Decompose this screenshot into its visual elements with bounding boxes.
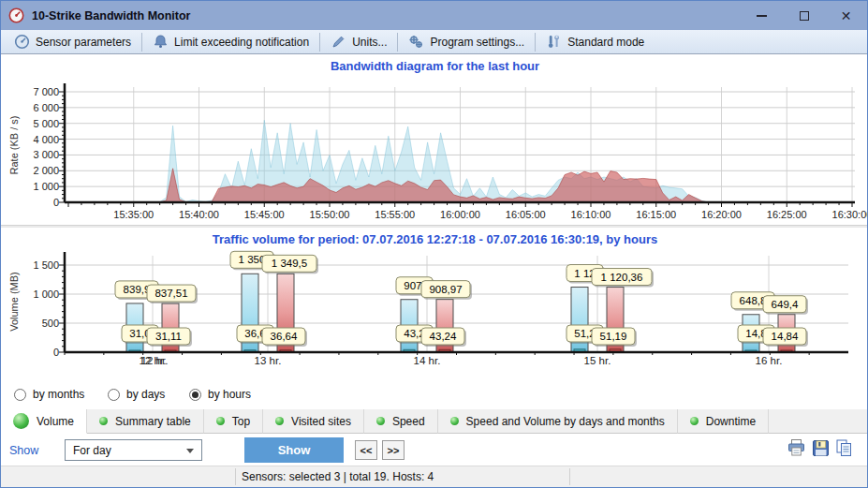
svg-text:1 000: 1 000 bbox=[33, 288, 59, 300]
close-button[interactable]: ✕ bbox=[825, 1, 867, 30]
toolbar-separator bbox=[141, 33, 142, 52]
app-window: 10-Strike Bandwidth Monitor ✕ Sensor par… bbox=[0, 0, 868, 488]
toolbar-separator bbox=[319, 33, 320, 52]
period-select-value: For day bbox=[73, 444, 111, 457]
volume-chart: 05001 0001 50012 hr.12 hr.13 hr.14 hr.15… bbox=[1, 248, 868, 376]
green-ball-icon bbox=[690, 417, 699, 425]
bell-icon bbox=[153, 34, 169, 50]
green-ball-icon bbox=[99, 417, 108, 425]
tab-downtime[interactable]: Downtime bbox=[678, 409, 769, 434]
units-button[interactable]: Units... bbox=[321, 31, 396, 53]
svg-text:837,51: 837,51 bbox=[154, 288, 187, 299]
svg-text:6 000: 6 000 bbox=[33, 102, 59, 113]
radio-circle bbox=[14, 389, 26, 401]
svg-text:648,8: 648,8 bbox=[740, 295, 767, 306]
maximize-button[interactable] bbox=[783, 1, 825, 30]
tab-summary-table[interactable]: Summary table bbox=[87, 409, 204, 434]
svg-text:51,19: 51,19 bbox=[600, 331, 627, 342]
svg-text:12 hr.: 12 hr. bbox=[141, 355, 169, 366]
chart-splitter[interactable] bbox=[1, 225, 867, 228]
status-text: Sensors: selected 3 | total 19. Hosts: 4 bbox=[242, 470, 434, 483]
toolbar-button-label: Units... bbox=[352, 36, 387, 49]
statusbar: Sensors: selected 3 | total 19. Hosts: 4 bbox=[1, 466, 867, 487]
svg-text:3 000: 3 000 bbox=[33, 149, 59, 160]
svg-text:1 350: 1 350 bbox=[239, 254, 266, 265]
tools-icon bbox=[546, 34, 562, 50]
tab-label: Speed bbox=[392, 415, 425, 428]
svg-text:7 000: 7 000 bbox=[33, 86, 59, 97]
svg-text:0: 0 bbox=[53, 197, 59, 208]
tab-label: Downtime bbox=[706, 415, 756, 428]
svg-text:16:00:00: 16:00:00 bbox=[440, 209, 480, 220]
statusbar-separator bbox=[569, 468, 570, 485]
toolbar-separator bbox=[535, 33, 536, 52]
radio-by-days[interactable]: by days bbox=[108, 388, 165, 401]
svg-text:16:20:00: 16:20:00 bbox=[701, 209, 742, 220]
green-ball-icon bbox=[13, 413, 29, 429]
print-icon[interactable] bbox=[787, 438, 806, 458]
svg-text:15:55:00: 15:55:00 bbox=[375, 209, 415, 220]
svg-text:15:35:00: 15:35:00 bbox=[113, 209, 154, 220]
tab-volume[interactable]: Volume bbox=[1, 409, 87, 434]
svg-text:15:40:00: 15:40:00 bbox=[179, 209, 219, 220]
svg-text:15:50:00: 15:50:00 bbox=[310, 209, 350, 220]
toolbar-button-label: Limit exceeding notification bbox=[174, 36, 309, 49]
svg-text:5 000: 5 000 bbox=[33, 118, 59, 129]
svg-text:0: 0 bbox=[53, 347, 59, 358]
minimize-icon bbox=[757, 15, 767, 17]
svg-text:16:25:00: 16:25:00 bbox=[767, 209, 807, 220]
chevron-down-icon bbox=[186, 449, 194, 453]
svg-text:649,4: 649,4 bbox=[772, 299, 799, 310]
save-icon[interactable] bbox=[811, 438, 831, 458]
toolbar-button-label: Standard mode bbox=[567, 36, 644, 49]
svg-text:1 000: 1 000 bbox=[33, 181, 59, 192]
toolbar-separator bbox=[397, 33, 398, 52]
svg-text:16:05:00: 16:05:00 bbox=[506, 209, 546, 220]
green-ball-icon bbox=[376, 417, 385, 425]
svg-text:14 hr.: 14 hr. bbox=[414, 355, 441, 366]
svg-text:839,9: 839,9 bbox=[124, 284, 151, 295]
toolbar-button-label: Program settings... bbox=[430, 36, 524, 49]
limit-notification-button[interactable]: Limit exceeding notification bbox=[143, 31, 318, 53]
show-button[interactable]: Show bbox=[244, 437, 344, 463]
svg-text:15 hr.: 15 hr. bbox=[584, 355, 611, 366]
svg-text:1 500: 1 500 bbox=[33, 259, 59, 271]
gears-icon bbox=[408, 34, 424, 50]
radio-by-months[interactable]: by months bbox=[14, 388, 84, 401]
svg-text:1 120,36: 1 120,36 bbox=[601, 272, 643, 283]
svg-text:13 hr.: 13 hr. bbox=[255, 355, 282, 366]
previous-period-button[interactable]: << bbox=[355, 440, 377, 460]
svg-text:16:15:00: 16:15:00 bbox=[636, 209, 676, 220]
program-settings-button[interactable]: Program settings... bbox=[399, 31, 534, 53]
window-title: 10-Strike Bandwidth Monitor bbox=[32, 9, 190, 22]
svg-text:16:10:00: 16:10:00 bbox=[571, 209, 611, 220]
radio-label: by hours bbox=[208, 388, 251, 401]
bandwidth-chart: 01 0002 0003 0004 0005 0006 0007 00015:3… bbox=[1, 76, 868, 224]
svg-text:15:45:00: 15:45:00 bbox=[244, 209, 285, 220]
sensor-parameters-button[interactable]: Sensor parameters bbox=[5, 31, 140, 53]
tab-speed[interactable]: Speed bbox=[364, 409, 438, 434]
next-period-button[interactable]: >> bbox=[382, 440, 405, 460]
tab-label: Summary table bbox=[115, 415, 191, 428]
svg-text:31,11: 31,11 bbox=[155, 331, 182, 342]
svg-text:43,24: 43,24 bbox=[430, 331, 457, 342]
statusbar-separator bbox=[235, 468, 236, 485]
svg-text:36,64: 36,64 bbox=[271, 331, 298, 342]
toolbar: Sensor parameters Limit exceeding notifi… bbox=[1, 30, 867, 54]
svg-text:908,97: 908,97 bbox=[429, 284, 462, 295]
copy-icon[interactable] bbox=[834, 438, 854, 458]
radio-label: by months bbox=[33, 388, 84, 401]
radio-by-hours[interactable]: by hours bbox=[189, 388, 251, 401]
tab-visited-sites[interactable]: Visited sites bbox=[263, 409, 364, 434]
svg-text:1 349,5: 1 349,5 bbox=[272, 258, 307, 269]
standard-mode-button[interactable]: Standard mode bbox=[537, 31, 654, 53]
svg-text:14,84: 14,84 bbox=[772, 331, 799, 342]
gauge-icon bbox=[14, 34, 30, 50]
minimize-button[interactable] bbox=[741, 1, 783, 30]
svg-text:4 000: 4 000 bbox=[33, 134, 59, 145]
tab-label: Volume bbox=[37, 415, 74, 428]
period-select[interactable]: For day bbox=[65, 439, 202, 461]
tab-top[interactable]: Top bbox=[204, 409, 263, 434]
tab-speed-and-volume[interactable]: Speed and Volume by days and months bbox=[438, 409, 678, 434]
pencil-icon bbox=[331, 34, 346, 50]
